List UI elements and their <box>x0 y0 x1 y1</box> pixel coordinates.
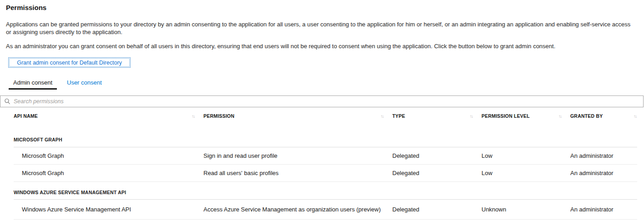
grant-admin-consent-button[interactable]: Grant admin consent for Default Director… <box>8 57 131 68</box>
cell-type: Delegated <box>392 152 482 159</box>
search-input[interactable] <box>14 98 639 105</box>
cell-api-name: Microsoft Graph <box>14 170 203 176</box>
tab-user-consent[interactable]: User consent <box>62 78 106 90</box>
table-header-row: API NAME ↑↓ PERMISSION ↑↓ TYPE ↑↓ PERMIS… <box>14 107 637 119</box>
cell-permission: Access Azure Service Management as organ… <box>203 206 392 213</box>
cell-granted-by: An administrator <box>570 170 637 176</box>
cell-api-name: Windows Azure Service Management API <box>14 206 203 213</box>
column-header-api-name[interactable]: API NAME ↑↓ <box>14 113 203 119</box>
permissions-table: API NAME ↑↓ PERMISSION ↑↓ TYPE ↑↓ PERMIS… <box>0 107 644 220</box>
column-header-permission-level[interactable]: PERMISSION LEVEL ↑↓ <box>482 113 570 119</box>
description-paragraph-1: Applications can be granted permissions … <box>6 20 631 36</box>
table-group-header-windows-azure-service-management-api: WINDOWS AZURE SERVICE MANAGEMENT API <box>14 182 637 200</box>
cell-permission: Read all users' basic profiles <box>203 170 392 176</box>
cell-permission-level: Low <box>482 170 570 176</box>
column-header-granted-by[interactable]: GRANTED BY ↑↓ <box>570 113 637 119</box>
page-title: Permissions <box>6 4 644 11</box>
cell-permission-level: Low <box>482 152 570 159</box>
column-header-label: PERMISSION LEVEL <box>482 113 530 119</box>
column-header-label: TYPE <box>392 113 405 119</box>
sort-arrows-icon: ↑↓ <box>192 114 194 119</box>
cell-type: Delegated <box>392 206 482 213</box>
description-paragraph-2: As an administrator you can grant consen… <box>6 42 631 50</box>
tab-admin-consent[interactable]: Admin consent <box>9 78 57 90</box>
table-row[interactable]: Microsoft Graph Read all users' basic pr… <box>14 165 637 182</box>
sort-arrows-icon: ↑↓ <box>380 114 383 119</box>
sort-arrows-icon: ↑↓ <box>634 114 636 119</box>
grant-admin-consent-button-label: Grant admin consent for Default Director… <box>9 58 130 67</box>
column-header-permission[interactable]: PERMISSION ↑↓ <box>203 113 392 119</box>
search-permissions-box[interactable] <box>0 95 644 107</box>
table-row[interactable]: Microsoft Graph Sign in and read user pr… <box>14 147 637 165</box>
table-row[interactable]: Windows Azure Service Management API Acc… <box>14 200 637 220</box>
permissions-page: Permissions Applications can be granted … <box>0 4 644 221</box>
column-header-label: GRANTED BY <box>570 113 603 119</box>
search-icon <box>4 98 10 105</box>
column-header-label: API NAME <box>14 113 38 119</box>
consent-tabs: Admin consent User consent <box>9 78 644 90</box>
table-group-header-microsoft-graph: MICROSOFT GRAPH <box>14 119 637 147</box>
cell-permission-level: Unknown <box>482 206 570 213</box>
cell-granted-by: An administrator <box>570 152 637 159</box>
cell-type: Delegated <box>392 170 482 176</box>
cell-permission: Sign in and read user profile <box>203 152 392 159</box>
cell-granted-by: An administrator <box>570 206 637 213</box>
column-header-label: PERMISSION <box>203 113 234 119</box>
column-header-type[interactable]: TYPE ↑↓ <box>392 113 482 119</box>
sort-arrows-icon: ↑↓ <box>470 114 472 119</box>
sort-arrows-icon: ↑↓ <box>558 114 561 119</box>
cell-api-name: Microsoft Graph <box>14 152 203 159</box>
